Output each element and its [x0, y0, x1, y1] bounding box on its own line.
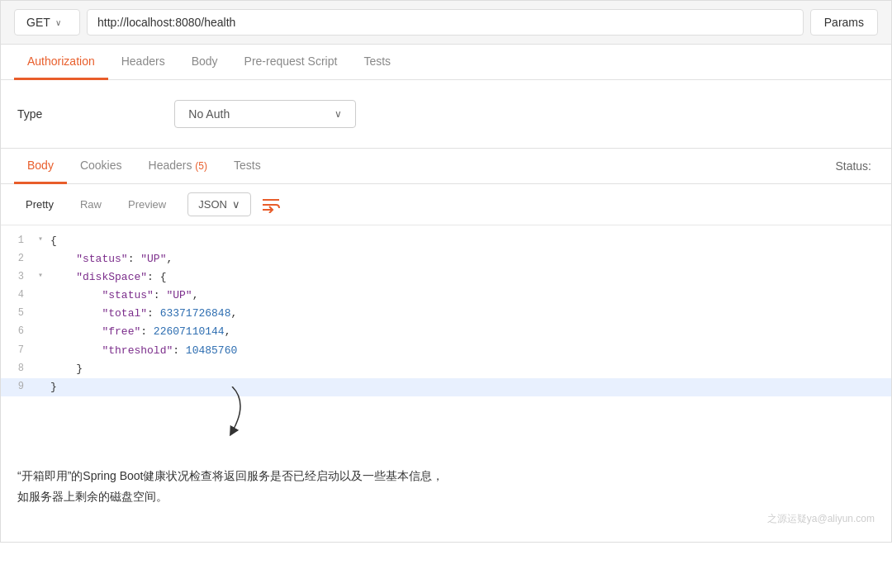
code-line-6: 6 "free": 22607110144,	[1, 323, 891, 341]
line-num-5: 5	[1, 305, 34, 321]
auth-type-label: Type	[17, 107, 42, 121]
resp-tab-headers[interactable]: Headers (5)	[135, 149, 221, 184]
line-content-8: }	[47, 360, 891, 378]
status-label: Status:	[835, 159, 871, 173]
json-chevron: ∨	[232, 198, 240, 211]
fmt-tab-raw[interactable]: Raw	[69, 193, 113, 216]
tab-authorization[interactable]: Authorization	[14, 45, 108, 80]
auth-type-row: Type No Auth ∨	[17, 100, 875, 128]
tab-prerequest[interactable]: Pre-request Script	[231, 45, 351, 80]
line-num-7: 7	[1, 342, 34, 358]
auth-section: Type No Auth ∨	[1, 80, 891, 149]
line-content-5: "total": 63371726848,	[47, 305, 891, 323]
line-num-2: 2	[1, 250, 34, 267]
code-viewer: 1 ▾ { 2 "status": "UP", 3 ▾ "diskSpace":…	[1, 225, 891, 403]
tab-body[interactable]: Body	[178, 45, 231, 80]
line-num-9: 9	[1, 378, 34, 395]
resp-tab-tests[interactable]: Tests	[221, 149, 274, 184]
headers-badge: (5)	[195, 160, 207, 172]
tab-tests[interactable]: Tests	[350, 45, 404, 80]
code-line-5: 5 "total": 63371726848,	[1, 305, 891, 323]
response-tabs: Body Cookies Headers (5) Tests Status:	[1, 149, 891, 184]
resp-tab-cookies[interactable]: Cookies	[67, 149, 135, 184]
code-line-2: 2 "status": "UP",	[1, 250, 891, 268]
line-content-7: "threshold": 10485760	[47, 342, 891, 360]
code-line-9: 9 }	[1, 378, 891, 396]
line-content-3: "diskSpace": {	[47, 268, 891, 287]
code-line-4: 4 "status": "UP",	[1, 287, 891, 305]
bottom-line1: “开箱即用”的Spring Boot健康状况检查将返回服务是否已经启动以及一些基…	[17, 466, 875, 486]
watermark: 之源运疑ya@aliyun.com	[17, 510, 875, 529]
line-content-9: }	[47, 378, 891, 396]
code-line-8: 8 }	[1, 360, 891, 378]
line-content-6: "free": 22607110144,	[47, 323, 891, 341]
status-area: Status:	[835, 159, 878, 173]
line-content-4: "status": "UP",	[47, 287, 891, 305]
bottom-text: “开箱即用”的Spring Boot健康状况检查将返回服务是否已经启动以及一些基…	[1, 453, 891, 542]
wrap-icon[interactable]	[261, 197, 281, 213]
method-label: GET	[26, 16, 50, 29]
fmt-tab-pretty[interactable]: Pretty	[14, 193, 65, 216]
auth-type-value: No Auth	[188, 107, 230, 121]
code-line-1: 1 ▾ {	[1, 232, 891, 250]
fmt-tab-preview[interactable]: Preview	[116, 193, 178, 216]
line-content-2: "status": "UP",	[47, 250, 891, 268]
url-input[interactable]	[87, 9, 804, 36]
code-line-7: 7 "threshold": 10485760	[1, 342, 891, 360]
line-num-1: 1	[1, 232, 34, 249]
json-format-label: JSON	[198, 198, 227, 211]
line-num-8: 8	[1, 360, 34, 377]
params-button[interactable]: Params	[810, 9, 878, 36]
auth-type-dropdown[interactable]: No Auth ∨	[174, 100, 356, 128]
format-tabs: Pretty Raw Preview JSON ∨	[1, 184, 891, 225]
bottom-line2: 如服务器上剩余的磁盘空间。	[17, 486, 875, 507]
line-num-3: 3	[1, 268, 34, 285]
tab-headers[interactable]: Headers	[108, 45, 178, 80]
annotation-area	[1, 403, 891, 453]
line-content-1: {	[47, 232, 891, 250]
method-dropdown[interactable]: GET ∨	[14, 9, 80, 36]
line-num-4: 4	[1, 287, 34, 303]
request-tabs: Authorization Headers Body Pre-request S…	[1, 45, 891, 80]
json-format-dropdown[interactable]: JSON ∨	[187, 192, 251, 216]
line-toggle-1[interactable]: ▾	[34, 232, 47, 246]
annotation-arrow	[183, 386, 282, 436]
method-chevron: ∨	[55, 18, 61, 27]
resp-tab-body[interactable]: Body	[14, 149, 67, 184]
line-num-6: 6	[1, 323, 34, 339]
url-bar: GET ∨ Params	[1, 1, 891, 45]
code-line-3: 3 ▾ "diskSpace": {	[1, 268, 891, 287]
auth-chevron: ∨	[334, 108, 342, 120]
line-toggle-3[interactable]: ▾	[34, 268, 47, 282]
